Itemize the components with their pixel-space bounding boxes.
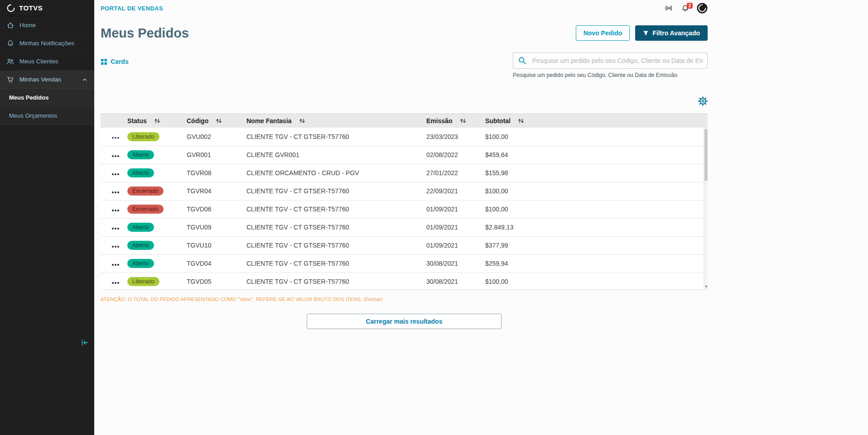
order-code: TGVR08 [187, 164, 246, 182]
sidebar-item-vendas[interactable]: Minhas Vendas [0, 71, 94, 89]
table-row: Liberado GVU002 CLIENTE TGV - CT GTSER-T… [101, 128, 708, 146]
row-actions-button[interactable] [111, 280, 120, 286]
row-actions-button[interactable] [111, 208, 120, 213]
new-order-button[interactable]: Novo Pedido [576, 25, 630, 41]
row-actions-button[interactable] [111, 226, 120, 231]
sidebar-subitem-label: Meus Pedidos [9, 94, 48, 101]
broadcast-icon [664, 5, 674, 12]
users-icon [6, 57, 14, 66]
chevron-up-icon [82, 76, 88, 83]
sidebar-item-home[interactable]: Home [0, 16, 94, 34]
table-row: Aberto TGVU10 CLIENTE TGV - CT GTSER-T57… [101, 236, 708, 254]
order-subtotal: $100,00 [485, 200, 708, 218]
table-settings-button[interactable] [698, 96, 708, 106]
table-row: Encerrado TGVR04 CLIENTE TGV - CT GTSER-… [101, 182, 708, 200]
status-badge: Encerrado [127, 205, 164, 214]
order-client: CLIENTE TGV - CT GTSER-T57760 [246, 200, 426, 218]
search-block: Pesquise um pedido pelo seu Código, Clie… [513, 53, 708, 78]
topbar: PORTAL DE VENDAS 2 [94, 0, 714, 16]
warning-text: ATENÇÃO: O TOTAL DO PEDIDO APRESENTADO C… [101, 296, 362, 302]
order-date: 01/09/2021 [426, 218, 485, 236]
sort-codigo-button[interactable] [215, 118, 222, 124]
order-code: TGVR04 [187, 182, 246, 200]
order-subtotal: $259,94 [485, 254, 708, 272]
scrollbar-thumb[interactable] [704, 129, 708, 181]
column-header-status: Status [127, 117, 147, 124]
row-actions-button[interactable] [111, 172, 120, 177]
status-badge: Liberado [127, 277, 159, 286]
load-more-button[interactable]: Carregar mais resultados [307, 314, 502, 329]
table-settings-row [101, 96, 708, 106]
scroll-down-button[interactable] [704, 284, 708, 289]
ellipsis-icon [112, 191, 119, 193]
table-warning: ATENÇÃO: O TOTAL DO PEDIDO APRESENTADO C… [101, 296, 708, 302]
sidebar-item-meus-pedidos[interactable]: Meus Pedidos [0, 89, 94, 107]
ellipsis-icon [112, 264, 119, 266]
sidebar-subitem-label: Meus Orçamentos [9, 112, 57, 119]
sort-status-button[interactable] [154, 118, 161, 124]
row-actions-button[interactable] [111, 135, 120, 141]
order-client: CLIENTE TGV - CT GTSER-T57760 [246, 218, 426, 236]
column-header-codigo: Código [187, 117, 208, 124]
column-header-emissao: Emissão [426, 117, 453, 124]
app-root: TOTVS Home Minhas Notificações Meus Clie… [0, 0, 868, 435]
broadcast-button[interactable] [664, 5, 674, 12]
sidebar-item-notificacoes[interactable]: Minhas Notificações [0, 34, 94, 53]
status-badge: Aberto [127, 168, 154, 177]
order-subtotal: $2.849,13 [485, 218, 708, 236]
warning-close-link[interactable]: (Fechar) [364, 296, 383, 302]
order-subtotal: $100,00 [485, 272, 708, 290]
cards-view-button[interactable]: Cards [101, 58, 129, 65]
table-scrollbar[interactable] [704, 128, 708, 290]
search-icon [518, 56, 527, 65]
portal-title: PORTAL DE VENDAS [101, 5, 163, 12]
order-client: CLIENTE TGV - CT GTSER-T57760 [246, 236, 426, 254]
search-help-text: Pesquise um pedido pelo seu Código, Clie… [513, 72, 708, 78]
sidebar-item-clientes[interactable]: Meus Clientes [0, 53, 94, 71]
ellipsis-icon [112, 155, 119, 157]
order-subtotal: $100,00 [485, 128, 708, 146]
collapse-sidebar-button[interactable] [81, 339, 89, 347]
user-avatar[interactable] [697, 3, 708, 14]
order-date: 30/08/2021 [426, 254, 485, 272]
order-date: 01/09/2021 [426, 200, 485, 218]
totvs-avatar-icon [697, 3, 708, 14]
status-badge: Liberado [127, 132, 159, 141]
sidebar-item-label: Meus Clientes [19, 58, 58, 65]
search-input[interactable] [513, 53, 708, 69]
notifications-button[interactable]: 2 [681, 4, 690, 13]
ellipsis-icon [112, 210, 119, 211]
sort-emissao-button[interactable] [459, 118, 467, 124]
sort-nome-button[interactable] [299, 118, 306, 124]
advanced-filter-button[interactable]: Filtro Avançado [635, 25, 708, 41]
ellipsis-icon [112, 282, 119, 284]
row-actions-button[interactable] [111, 262, 120, 268]
cards-grid-icon [101, 58, 107, 65]
row-actions-button[interactable] [111, 190, 120, 195]
advanced-filter-label: Filtro Avançado [652, 29, 700, 37]
order-client: CLIENTE TGV - CT GTSER-T57760 [246, 128, 426, 146]
row-actions-button[interactable] [111, 153, 120, 159]
order-date: 30/08/2021 [426, 272, 485, 290]
column-header-subtotal: Subtotal [485, 117, 511, 124]
sidebar-item-meus-orcamentos[interactable]: Meus Orçamentos [0, 107, 94, 125]
status-badge: Aberto [127, 241, 154, 250]
row-actions-button[interactable] [111, 244, 120, 249]
orders-table: Status Código Nome Fantasia Emissão Subt… [101, 114, 708, 290]
status-badge: Aberto [127, 259, 154, 268]
toolbar: Cards Pesquise um pedido pelo seu Código… [101, 53, 708, 78]
sort-icon [215, 118, 222, 124]
sort-icon [154, 118, 161, 124]
status-badge: Aberto [127, 150, 154, 159]
order-date: 01/09/2021 [426, 236, 485, 254]
bell-icon [6, 39, 14, 48]
notification-count-badge: 2 [687, 3, 693, 9]
order-code: TGVD06 [187, 200, 246, 218]
cart-icon [6, 76, 14, 84]
order-subtotal: $459,64 [485, 146, 708, 164]
order-date: 27/01/2022 [426, 164, 485, 182]
order-date: 23/03/2023 [426, 128, 485, 146]
sort-subtotal-button[interactable] [517, 118, 525, 124]
ellipsis-icon [112, 228, 119, 229]
status-badge: Encerrado [127, 186, 164, 196]
